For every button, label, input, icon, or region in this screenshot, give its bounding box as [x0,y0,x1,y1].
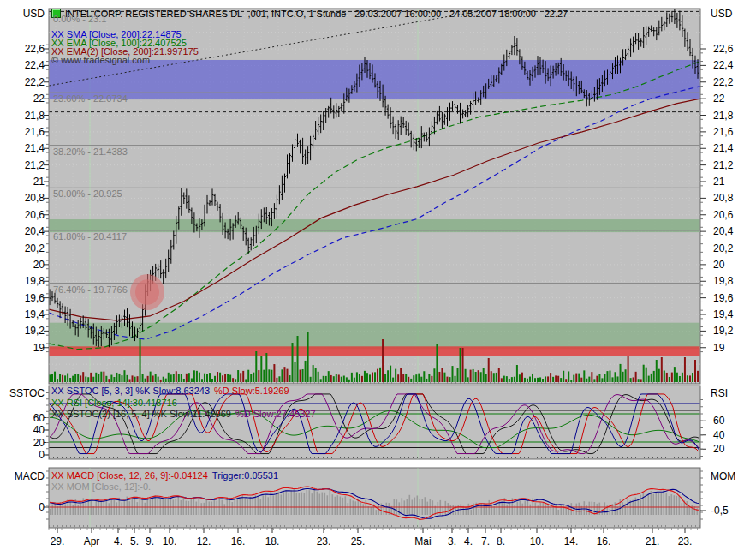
chart-canvas[interactable] [0,0,756,556]
tradesignal-chart-window: USD USD SSTOC RSI MACD MOM INTEL CORP. R… [0,0,756,556]
